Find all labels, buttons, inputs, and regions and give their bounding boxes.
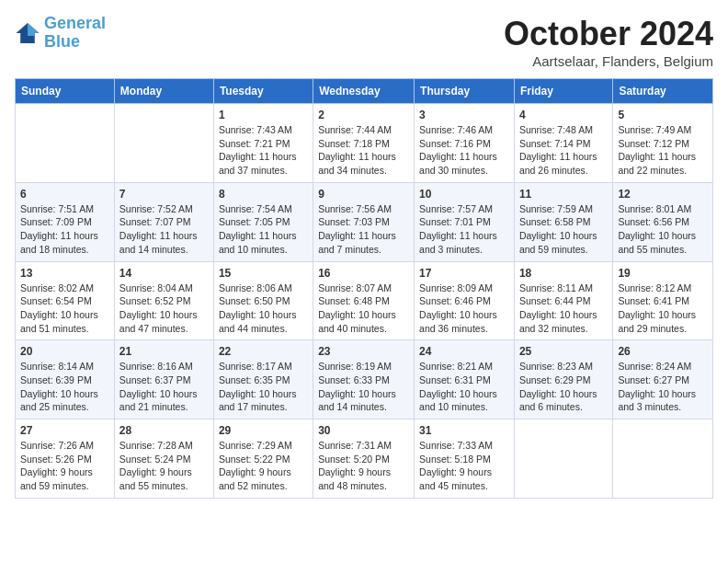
day-info: Sunrise: 7:48 AM Sunset: 7:14 PM Dayligh… [519,123,608,178]
day-cell: 5Sunrise: 7:49 AM Sunset: 7:12 PM Daylig… [613,104,713,183]
day-cell: 16Sunrise: 8:07 AM Sunset: 6:48 PM Dayli… [313,261,415,340]
day-info: Sunrise: 8:04 AM Sunset: 6:52 PM Dayligh… [119,282,209,336]
header-thursday: Thursday [415,79,515,104]
day-cell: 28Sunrise: 7:28 AM Sunset: 5:24 PM Dayli… [114,419,213,499]
day-number: 13 [20,267,109,280]
calendar-header-row: SundayMondayTuesdayWednesdayThursdayFrid… [16,79,713,104]
day-cell: 17Sunrise: 8:09 AM Sunset: 6:46 PM Dayli… [415,261,515,340]
day-number: 9 [318,188,409,201]
day-number: 6 [20,188,109,201]
day-cell: 2Sunrise: 7:44 AM Sunset: 7:18 PM Daylig… [313,104,415,183]
day-cell: 21Sunrise: 8:16 AM Sunset: 6:37 PM Dayli… [114,340,213,419]
day-number: 22 [219,345,308,358]
day-cell: 19Sunrise: 8:12 AM Sunset: 6:41 PM Dayli… [613,261,713,340]
day-cell: 11Sunrise: 7:59 AM Sunset: 6:58 PM Dayli… [514,182,612,261]
day-cell: 24Sunrise: 8:21 AM Sunset: 6:31 PM Dayli… [415,340,515,419]
day-number: 4 [519,109,608,121]
day-cell [114,104,213,183]
day-info: Sunrise: 8:16 AM Sunset: 6:37 PM Dayligh… [119,360,209,414]
day-info: Sunrise: 7:33 AM Sunset: 5:18 PM Dayligh… [419,439,509,493]
day-cell: 27Sunrise: 7:26 AM Sunset: 5:26 PM Dayli… [16,419,115,499]
header-saturday: Saturday [613,79,713,104]
day-info: Sunrise: 7:59 AM Sunset: 6:58 PM Dayligh… [519,202,608,257]
day-info: Sunrise: 7:56 AM Sunset: 7:03 PM Dayligh… [318,202,409,257]
day-cell [514,419,612,499]
day-cell: 12Sunrise: 8:01 AM Sunset: 6:56 PM Dayli… [613,182,713,261]
day-info: Sunrise: 7:51 AM Sunset: 7:09 PM Dayligh… [20,202,109,257]
day-cell: 3Sunrise: 7:46 AM Sunset: 7:16 PM Daylig… [415,104,515,183]
day-number: 7 [119,188,209,201]
day-number: 14 [119,267,209,280]
day-cell: 18Sunrise: 8:11 AM Sunset: 6:44 PM Dayli… [514,261,612,340]
day-info: Sunrise: 7:26 AM Sunset: 5:26 PM Dayligh… [20,439,109,493]
day-cell: 20Sunrise: 8:14 AM Sunset: 6:39 PM Dayli… [16,340,115,419]
day-number: 26 [618,345,708,358]
day-cell: 4Sunrise: 7:48 AM Sunset: 7:14 PM Daylig… [514,104,612,183]
day-info: Sunrise: 8:24 AM Sunset: 6:27 PM Dayligh… [618,360,708,414]
day-info: Sunrise: 8:07 AM Sunset: 6:48 PM Dayligh… [318,282,409,336]
day-number: 18 [519,267,608,280]
day-number: 11 [519,188,608,201]
day-info: Sunrise: 8:14 AM Sunset: 6:39 PM Dayligh… [20,360,109,414]
week-row-3: 13Sunrise: 8:02 AM Sunset: 6:54 PM Dayli… [16,261,713,340]
day-number: 27 [20,424,109,437]
day-cell [613,419,713,499]
day-info: Sunrise: 7:43 AM Sunset: 7:21 PM Dayligh… [219,123,308,178]
day-info: Sunrise: 8:11 AM Sunset: 6:44 PM Dayligh… [519,282,608,336]
day-number: 25 [519,345,608,358]
day-number: 23 [318,345,409,358]
day-number: 8 [219,188,308,201]
day-number: 16 [318,267,409,280]
day-info: Sunrise: 7:31 AM Sunset: 5:20 PM Dayligh… [318,439,409,493]
week-row-1: 1Sunrise: 7:43 AM Sunset: 7:21 PM Daylig… [16,104,713,183]
day-info: Sunrise: 7:29 AM Sunset: 5:22 PM Dayligh… [219,439,308,493]
calendar-table: SundayMondayTuesdayWednesdayThursdayFrid… [15,78,713,499]
day-info: Sunrise: 8:23 AM Sunset: 6:29 PM Dayligh… [519,360,608,414]
day-cell: 23Sunrise: 8:19 AM Sunset: 6:33 PM Dayli… [313,340,415,419]
day-number: 24 [419,345,509,358]
day-info: Sunrise: 8:17 AM Sunset: 6:35 PM Dayligh… [219,360,308,414]
day-info: Sunrise: 7:49 AM Sunset: 7:12 PM Dayligh… [618,123,708,178]
day-cell [16,104,115,183]
day-cell: 22Sunrise: 8:17 AM Sunset: 6:35 PM Dayli… [213,340,313,419]
logo-text: General Blue [44,15,106,52]
day-number: 30 [318,424,409,437]
day-info: Sunrise: 8:09 AM Sunset: 6:46 PM Dayligh… [419,282,509,336]
day-info: Sunrise: 8:02 AM Sunset: 6:54 PM Dayligh… [20,282,109,336]
day-number: 10 [419,188,509,201]
day-info: Sunrise: 8:01 AM Sunset: 6:56 PM Dayligh… [618,202,708,257]
header-tuesday: Tuesday [213,79,313,104]
day-number: 1 [219,109,308,121]
logo: General Blue [15,15,106,52]
header-friday: Friday [514,79,612,104]
day-cell: 7Sunrise: 7:52 AM Sunset: 7:07 PM Daylig… [114,182,213,261]
logo-icon [15,20,40,46]
day-cell: 13Sunrise: 8:02 AM Sunset: 6:54 PM Dayli… [16,261,115,340]
day-number: 28 [119,424,209,437]
day-info: Sunrise: 7:44 AM Sunset: 7:18 PM Dayligh… [318,123,409,178]
day-number: 2 [318,109,409,121]
day-info: Sunrise: 8:06 AM Sunset: 6:50 PM Dayligh… [219,282,308,336]
day-number: 29 [219,424,308,437]
day-info: Sunrise: 8:19 AM Sunset: 6:33 PM Dayligh… [318,360,409,414]
header-wednesday: Wednesday [313,79,415,104]
day-cell: 29Sunrise: 7:29 AM Sunset: 5:22 PM Dayli… [213,419,313,499]
week-row-4: 20Sunrise: 8:14 AM Sunset: 6:39 PM Dayli… [16,340,713,419]
day-number: 19 [618,267,708,280]
day-info: Sunrise: 8:12 AM Sunset: 6:41 PM Dayligh… [618,282,708,336]
day-info: Sunrise: 7:52 AM Sunset: 7:07 PM Dayligh… [119,202,209,257]
day-number: 31 [419,424,509,437]
day-number: 17 [419,267,509,280]
day-cell: 25Sunrise: 8:23 AM Sunset: 6:29 PM Dayli… [514,340,612,419]
day-cell: 14Sunrise: 8:04 AM Sunset: 6:52 PM Dayli… [114,261,213,340]
svg-marker-1 [28,23,39,36]
day-cell: 26Sunrise: 8:24 AM Sunset: 6:27 PM Dayli… [613,340,713,419]
day-number: 5 [618,109,708,121]
week-row-2: 6Sunrise: 7:51 AM Sunset: 7:09 PM Daylig… [16,182,713,261]
location-subtitle: Aartselaar, Flanders, Belgium [504,53,713,69]
header-sunday: Sunday [16,79,115,104]
day-cell: 8Sunrise: 7:54 AM Sunset: 7:05 PM Daylig… [213,182,313,261]
month-title: October 2024 [504,15,713,53]
day-cell: 6Sunrise: 7:51 AM Sunset: 7:09 PM Daylig… [16,182,115,261]
day-info: Sunrise: 7:54 AM Sunset: 7:05 PM Dayligh… [219,202,308,257]
